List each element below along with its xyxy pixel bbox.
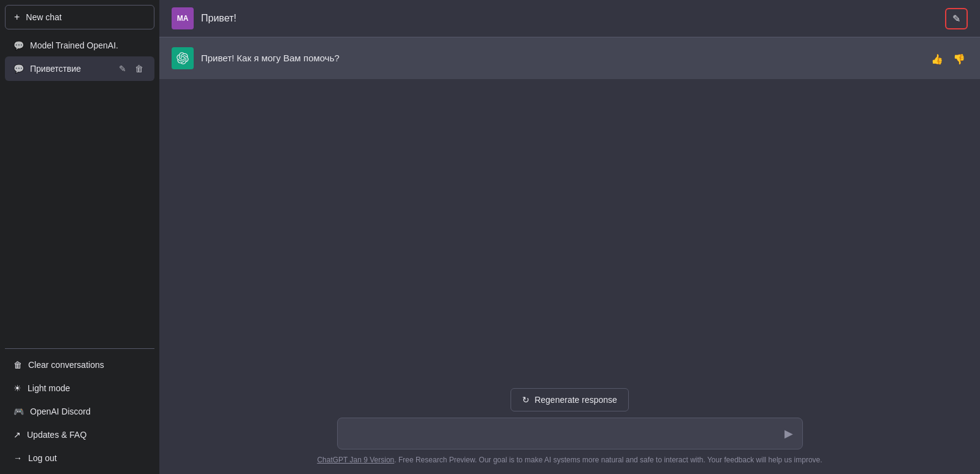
user-avatar: MA <box>172 7 194 29</box>
send-button[interactable]: ▶ <box>782 424 796 443</box>
chatgpt-version-link[interactable]: ChatGPT Jan 9 Version <box>317 456 394 464</box>
chat-icon: 💬 <box>13 64 24 74</box>
main-content: MA Привет! ✎ Привет! Как я могу Вам помо… <box>159 0 980 474</box>
chat-messages: Привет! Как я могу Вам помочь? 👍 👎 <box>159 37 980 381</box>
assistant-avatar <box>172 47 194 69</box>
conversations-list: 💬 Model Trained OpenAI. 💬 Приветствие ✎ … <box>5 34 154 348</box>
regenerate-icon: ↻ <box>522 395 530 405</box>
plus-icon: + <box>14 12 20 23</box>
assistant-message-text: Привет! Как я могу Вам помочь? <box>201 47 921 66</box>
footer-description: . Free Research Preview. Our goal is to … <box>394 456 822 464</box>
conversation-item-privetstvie[interactable]: 💬 Приветствие ✎ 🗑 <box>5 56 154 81</box>
user-message-header: MA Привет! <box>172 7 237 29</box>
regenerate-button[interactable]: ↻ Regenerate response <box>511 388 629 411</box>
chat-input[interactable] <box>337 418 803 449</box>
message-actions: 👍 👎 <box>929 47 968 67</box>
new-chat-label: New chat <box>26 12 61 22</box>
light-mode-item[interactable]: ☀ Light mode <box>5 377 154 399</box>
assistant-message-row: Привет! Как я могу Вам помочь? 👍 👎 <box>159 37 980 79</box>
discord-item[interactable]: 🎮 OpenAI Discord <box>5 400 154 422</box>
external-link-icon: ↗ <box>13 430 21 440</box>
regenerate-label: Regenerate response <box>534 395 617 405</box>
edit-conversation-button[interactable]: ✎ <box>116 63 129 75</box>
thumbs-up-button[interactable]: 👍 <box>929 51 946 67</box>
conversation-actions: ✎ 🗑 <box>116 63 146 75</box>
sun-icon: ☀ <box>13 383 21 393</box>
header-user-message: Привет! <box>201 13 237 24</box>
clear-conversations-item[interactable]: 🗑 Clear conversations <box>5 354 154 376</box>
conversation-label: Model Trained OpenAI. <box>30 40 118 50</box>
faq-item[interactable]: ↗ Updates & FAQ <box>5 424 154 446</box>
sidebar-bottom: 🗑 Clear conversations ☀ Light mode 🎮 Ope… <box>5 348 154 469</box>
discord-label: OpenAI Discord <box>30 407 91 416</box>
chat-icon: 💬 <box>13 40 24 50</box>
chat-bottom: ↻ Regenerate response ▶ ChatGPT Jan 9 Ve… <box>159 381 980 474</box>
trash-icon: 🗑 <box>13 360 22 370</box>
light-mode-label: Light mode <box>28 383 70 393</box>
logout-label: Log out <box>28 453 57 463</box>
delete-conversation-button[interactable]: 🗑 <box>132 63 146 75</box>
discord-icon: 🎮 <box>13 407 24 416</box>
logout-item[interactable]: → Log out <box>5 447 154 469</box>
input-area: ▶ <box>337 418 803 449</box>
edit-icon: ✎ <box>952 13 960 25</box>
conversation-label: Приветствие <box>30 64 81 74</box>
chat-header: MA Привет! ✎ <box>159 0 980 37</box>
faq-label: Updates & FAQ <box>27 430 86 440</box>
sidebar: + New chat 💬 Model Trained OpenAI. 💬 При… <box>0 0 159 474</box>
conversation-item-model-trained[interactable]: 💬 Model Trained OpenAI. <box>5 34 154 56</box>
clear-conversations-label: Clear conversations <box>28 360 104 370</box>
footer-text: ChatGPT Jan 9 Version. Free Research Pre… <box>317 456 822 469</box>
header-new-chat-button[interactable]: ✎ <box>945 8 968 29</box>
logout-icon: → <box>13 453 22 463</box>
send-icon: ▶ <box>784 427 793 440</box>
new-chat-button[interactable]: + New chat <box>5 5 154 29</box>
thumbs-down-button[interactable]: 👎 <box>951 51 968 67</box>
